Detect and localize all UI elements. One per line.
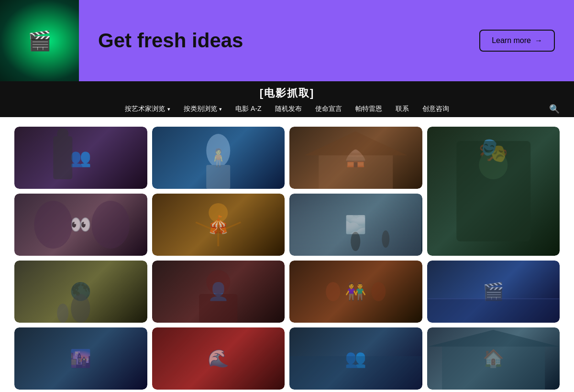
site-title: [电影抓取] — [260, 86, 315, 100]
film-card-4[interactable]: 🎭 — [427, 127, 560, 256]
film-card-1[interactable]: 👥 — [14, 127, 147, 189]
svg-point-9 — [91, 201, 130, 249]
film-grid: 👥 🧍 🛖 🎭 — [0, 117, 574, 392]
banner-title: Get fresh ideas — [79, 29, 479, 52]
arrow-icon: → — [535, 36, 542, 45]
svg-rect-25 — [153, 327, 284, 390]
svg-point-16 — [382, 230, 389, 248]
svg-point-15 — [351, 232, 360, 251]
svg-rect-23 — [428, 299, 559, 323]
film-card-15[interactable]: 🏠 — [427, 327, 560, 390]
svg-rect-3 — [206, 165, 230, 189]
learn-more-button[interactable]: Learn more → — [479, 30, 555, 52]
banner-thumbnail — [0, 0, 79, 81]
svg-point-7 — [479, 151, 508, 179]
film-card-6[interactable]: 🎪 — [152, 194, 285, 256]
film-card-8[interactable]: 🌑 — [14, 261, 147, 323]
svg-point-22 — [371, 282, 386, 301]
svg-marker-28 — [428, 330, 559, 347]
nav-item-mission[interactable]: 使命宣言 — [315, 104, 342, 113]
nav-item-browse-category[interactable]: 按类别浏览 — [184, 104, 222, 113]
search-icon[interactable]: 🔍 — [549, 104, 560, 114]
banner: Get fresh ideas Learn more → — [0, 0, 574, 81]
film-card-7[interactable]: 🌫️ — [289, 194, 422, 256]
svg-marker-5 — [304, 131, 407, 155]
nav-item-consulting[interactable]: 创意咨询 — [422, 104, 449, 113]
nav-links: 按艺术家浏览 按类别浏览 电影 A-Z 随机发布 使命宣言 帕特雷恩 联系 创意… — [0, 104, 574, 113]
film-card-2[interactable]: 🧍 — [152, 127, 285, 189]
nav-item-browse-artist[interactable]: 按艺术家浏览 — [125, 104, 170, 113]
navbar: [电影抓取] 按艺术家浏览 按类别浏览 电影 A-Z 随机发布 使命宣言 帕特雷… — [0, 81, 574, 117]
svg-rect-26 — [290, 356, 421, 390]
svg-point-10 — [209, 203, 228, 222]
nav-item-contact[interactable]: 联系 — [396, 104, 409, 113]
film-card-12[interactable]: 🌆 — [14, 327, 147, 390]
film-card-14[interactable]: 👥 — [289, 327, 422, 390]
svg-point-8 — [34, 201, 72, 249]
film-card-9[interactable]: 👤 — [152, 261, 285, 323]
learn-more-label: Learn more — [492, 36, 531, 45]
svg-point-17 — [71, 294, 90, 323]
svg-line-13 — [218, 222, 241, 232]
film-card-11[interactable]: 🎬 — [427, 261, 560, 323]
svg-rect-0 — [53, 136, 72, 179]
svg-point-19 — [206, 270, 230, 294]
svg-point-1 — [57, 128, 68, 140]
film-card-5[interactable]: 👀 — [14, 194, 147, 256]
svg-point-18 — [57, 304, 68, 323]
nav-item-patreon[interactable]: 帕特雷恩 — [355, 104, 382, 113]
svg-point-21 — [326, 282, 340, 301]
film-card-3[interactable]: 🛖 — [289, 127, 422, 189]
svg-point-2 — [206, 134, 230, 167]
film-card-13[interactable]: 🌊 — [152, 327, 285, 390]
nav-item-random[interactable]: 随机发布 — [275, 104, 302, 113]
svg-rect-4 — [319, 155, 393, 189]
film-card-10[interactable]: 👫 — [289, 261, 422, 323]
svg-rect-20 — [199, 294, 237, 323]
svg-rect-27 — [442, 347, 545, 390]
svg-line-12 — [196, 222, 218, 232]
banner-image — [0, 0, 79, 81]
nav-item-az[interactable]: 电影 A-Z — [235, 104, 261, 113]
